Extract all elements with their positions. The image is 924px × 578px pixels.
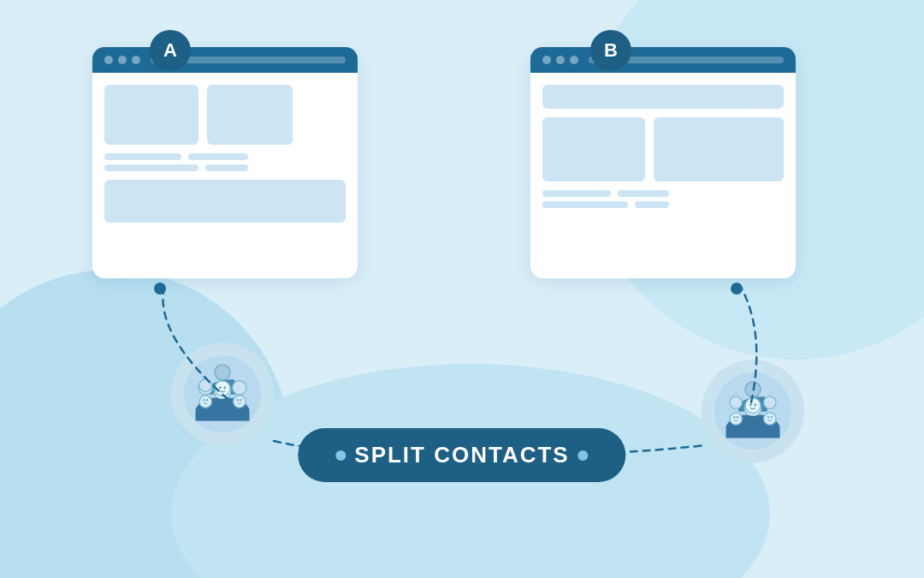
svg-point-21	[745, 398, 761, 414]
badge-b: B	[590, 30, 631, 71]
text-line	[205, 164, 248, 171]
text-line	[104, 153, 181, 160]
svg-point-13	[234, 396, 246, 408]
content-block-b-left	[542, 117, 645, 182]
main-content: A B	[0, 0, 924, 578]
svg-point-18	[730, 396, 742, 408]
svg-point-1	[215, 365, 230, 380]
connection-dot-card-b	[731, 283, 743, 295]
browser-header-b	[530, 47, 796, 73]
svg-point-11	[203, 399, 204, 401]
text-line	[542, 190, 611, 197]
badge-a: A	[150, 30, 191, 71]
split-contacts-pill: SPLIT CONTACTS	[298, 428, 625, 482]
svg-point-4	[199, 379, 211, 391]
browser-header-a	[92, 47, 358, 73]
svg-point-12	[206, 399, 208, 401]
line-group-a	[104, 153, 346, 171]
svg-point-25	[733, 416, 735, 418]
pill-right-dot	[578, 450, 589, 461]
line-row-2	[104, 164, 346, 171]
text-line	[542, 201, 628, 208]
people-illustration-left	[184, 355, 261, 432]
svg-point-28	[767, 416, 769, 418]
browser-dot-2	[118, 56, 127, 64]
browser-card-b	[530, 47, 796, 278]
content-block-b-right	[654, 117, 784, 182]
top-content-blocks	[104, 85, 346, 145]
people-group-left	[171, 343, 274, 445]
svg-point-17	[745, 382, 761, 397]
people-group-right	[702, 360, 804, 462]
svg-point-27	[764, 413, 776, 425]
browser-dot-2	[556, 56, 565, 64]
text-line	[188, 153, 248, 160]
browser-dot-3	[132, 56, 140, 64]
people-illustration-right	[714, 372, 791, 450]
svg-point-8	[219, 386, 222, 389]
split-contacts-label: SPLIT CONTACTS	[354, 442, 569, 468]
browser-dot-3	[570, 56, 578, 64]
svg-point-5	[233, 381, 246, 395]
line-group-b	[542, 190, 784, 208]
svg-point-24	[730, 413, 742, 425]
line-row-1	[104, 153, 346, 160]
browser-body-b	[530, 73, 796, 220]
svg-point-23	[754, 403, 756, 406]
svg-point-10	[199, 396, 211, 408]
browser-card-a	[92, 47, 358, 278]
content-block-left	[104, 85, 198, 145]
svg-point-7	[215, 381, 230, 396]
pill-left-dot	[335, 450, 346, 461]
content-block-right	[207, 85, 293, 145]
line-row-1	[542, 190, 784, 197]
text-line	[618, 190, 669, 197]
svg-point-14	[237, 399, 239, 401]
svg-point-22	[749, 403, 752, 406]
browser-dot-1	[104, 56, 113, 64]
full-top-block	[542, 85, 784, 109]
connection-dot-card-a	[154, 283, 166, 295]
browser-dot-1	[542, 56, 551, 64]
wide-content-block	[104, 180, 346, 223]
svg-point-26	[737, 416, 738, 418]
browser-body-a	[92, 73, 358, 235]
svg-point-9	[223, 386, 226, 389]
text-line	[635, 201, 669, 208]
svg-point-29	[771, 416, 773, 418]
text-line	[104, 164, 198, 171]
mid-content-blocks	[542, 117, 784, 182]
svg-point-19	[764, 396, 776, 408]
line-row-2	[542, 201, 784, 208]
svg-point-15	[240, 399, 242, 401]
